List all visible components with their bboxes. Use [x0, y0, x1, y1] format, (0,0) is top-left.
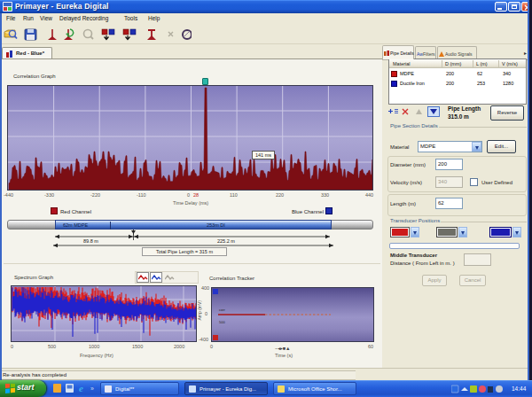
svg-text:500: 500 [219, 320, 225, 324]
svg-text:»: » [90, 385, 94, 392]
svg-text:e: e [79, 384, 83, 393]
svg-text:corr: corr [219, 307, 226, 312]
